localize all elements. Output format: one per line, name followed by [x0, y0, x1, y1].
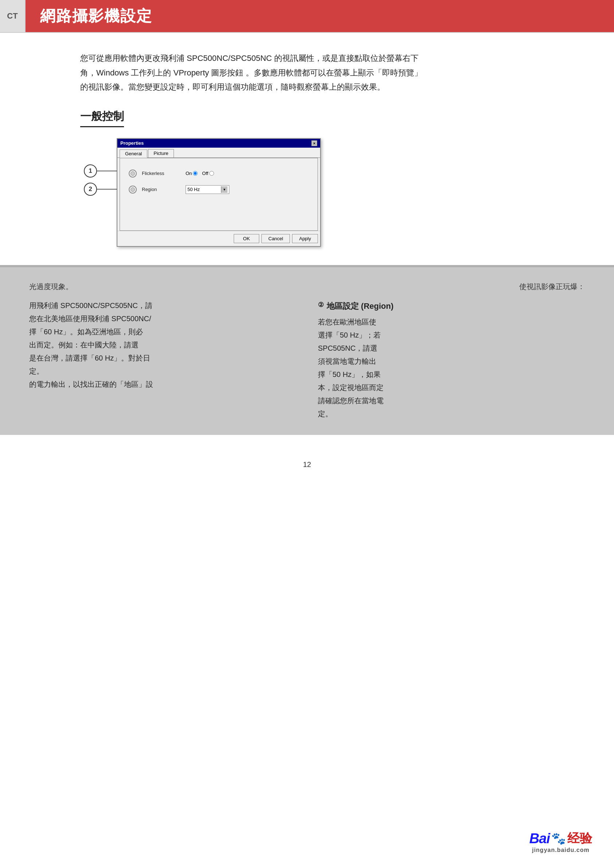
ok-button[interactable]: OK — [234, 234, 259, 243]
dropdown-arrow-icon[interactable]: ▼ — [221, 186, 228, 193]
page-title: 網路攝影機設定 — [40, 6, 152, 26]
dialog-footer: OK Cancel Apply — [118, 231, 320, 246]
dialog-titlebar: Properties × — [118, 139, 320, 148]
flickerless-row: Flickerless On Off — [127, 169, 310, 178]
baidu-sub-text: jingyan.baidu.com — [532, 847, 589, 853]
dialog-body: Flickerless On Off — [119, 158, 318, 231]
annotation-line-2 — [97, 189, 117, 189]
properties-dialog: Properties × General Picture — [117, 138, 321, 247]
icon-circle-inner — [130, 171, 135, 176]
region-row: Region 50 Hz ▼ — [127, 185, 310, 194]
main-content: 您可從應用軟體內更改飛利浦 SPC500NC/SPC505NC 的視訊屬性，或是… — [0, 33, 614, 265]
page-number: 12 — [29, 460, 585, 469]
baidu-du-text: 经验 — [567, 830, 592, 847]
flickerless-off-radio[interactable] — [209, 171, 214, 176]
baidu-watermark: Bai 🐾 经验 jingyan.baidu.com — [529, 830, 592, 853]
annotation-1: 1 — [84, 164, 117, 178]
intro-paragraph: 您可從應用軟體內更改飛利浦 SPC500NC/SPC505NC 的視訊屬性，或是… — [80, 51, 426, 95]
section-title: 一般控制 — [80, 109, 124, 127]
dialog-close-button[interactable]: × — [312, 140, 317, 146]
flickerless-label: Flickerless — [142, 170, 186, 176]
flickerless-controls: On Off — [186, 170, 214, 176]
flickerless-on-radio[interactable] — [193, 171, 198, 176]
baidu-paw-icon: 🐾 — [551, 832, 566, 845]
dialog-tabs: General Picture — [118, 148, 320, 158]
cancel-button[interactable]: Cancel — [261, 234, 290, 243]
page-header: CT 網路攝影機設定 — [0, 0, 614, 33]
annotation-line-1 — [97, 170, 117, 171]
icon-circle-2 — [129, 186, 137, 194]
gray-top-left: 光過度現象。 — [29, 282, 73, 291]
region-icon — [127, 185, 138, 194]
region-label: Region — [142, 187, 186, 192]
apply-button[interactable]: Apply — [292, 234, 318, 243]
gray-band-left: 用飛利浦 SPC500NC/SPC505NC，請 您在北美地區使用飛利浦 SPC… — [29, 299, 296, 421]
gray-band-right: ② 地區設定 (Region) 若您在歐洲地區使 選擇「50 Hz」；若 SPC… — [318, 299, 585, 421]
icon-circle — [129, 169, 137, 178]
region-dropdown[interactable]: 50 Hz ▼ — [186, 185, 229, 194]
region-controls: 50 Hz ▼ — [186, 185, 229, 194]
tab-picture[interactable]: Picture — [148, 149, 174, 158]
bottom-content: 12 — [0, 435, 614, 617]
baidu-logo-main: Bai 🐾 经验 — [529, 830, 592, 847]
annotation-circle-1: 1 — [84, 164, 97, 178]
dialog-area: 1 2 Properties × General Pict — [80, 138, 585, 247]
annotation-circle-2: 2 — [84, 183, 97, 196]
header-title-bar: 網路攝影機設定 — [26, 0, 614, 32]
baidu-logo-text: Bai — [529, 831, 550, 846]
gray-top-right: 使視訊影像正玩爆： — [519, 282, 585, 291]
tab-general[interactable]: General — [119, 149, 147, 158]
icon-circle-inner-2 — [130, 188, 135, 192]
flickerless-icon — [127, 169, 138, 178]
gray-band: 光過度現象。 使視訊影像正玩爆： 用飛利浦 SPC500NC/SPC505NC，… — [0, 267, 614, 435]
dialog-title: Properties — [120, 140, 144, 146]
region-section-num: ② — [318, 299, 324, 311]
ct-label: CT — [0, 0, 26, 32]
annotation-2: 2 — [84, 183, 117, 196]
region-section-heading: 地區設定 (Region) — [327, 299, 394, 313]
region-dropdown-value: 50 Hz — [188, 187, 221, 192]
flickerless-on-option[interactable]: On — [186, 170, 198, 176]
flickerless-off-option[interactable]: Off — [202, 170, 214, 176]
